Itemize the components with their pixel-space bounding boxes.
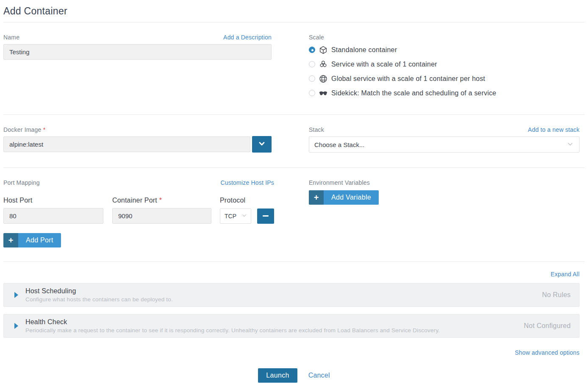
show-advanced-options-link[interactable]: Show advanced options xyxy=(515,349,580,356)
customize-host-ips-link[interactable]: Customize Host IPs xyxy=(220,179,274,186)
port-mapping-block: Port Mapping Customize Host IPs Host Por… xyxy=(3,179,274,247)
chevron-down-icon xyxy=(566,140,574,149)
launch-button[interactable]: Launch xyxy=(258,368,297,383)
protocol-select[interactable]: TCP xyxy=(220,209,251,224)
container-port-input[interactable] xyxy=(112,208,211,224)
scale-option-label: Service with a scale of 1 container xyxy=(331,61,437,68)
radio-unselected[interactable] xyxy=(309,61,315,67)
expand-all-link[interactable]: Expand All xyxy=(551,271,580,278)
accordion-title: Health Check xyxy=(25,318,516,326)
scale-option-label: Sidekick: Match the scale and scheduling… xyxy=(331,89,496,97)
port-mapping-row: TCP xyxy=(3,208,274,224)
stack-block: Stack Add to a new stack Choose a Stack.… xyxy=(309,126,580,153)
cube-icon xyxy=(319,45,327,54)
name-label: Name xyxy=(3,34,19,41)
name-block: Name Add a Description xyxy=(3,34,272,97)
docker-image-input[interactable] xyxy=(3,136,250,152)
chevron-down-icon xyxy=(258,139,266,149)
scale-option-service[interactable]: Service with a scale of 1 container xyxy=(309,60,580,69)
scale-option-label: Global service with a scale of 1 contain… xyxy=(331,75,485,83)
add-variable-button[interactable]: + Add Variable xyxy=(309,190,379,205)
accordion-title: Host Scheduling xyxy=(25,287,534,295)
scale-option-sidekick[interactable]: Sidekick: Match the scale and scheduling… xyxy=(309,89,580,97)
host-port-input[interactable] xyxy=(3,208,103,224)
caret-right-icon xyxy=(14,323,18,329)
required-asterisk: * xyxy=(43,126,46,133)
host-port-label: Host Port xyxy=(3,197,112,204)
section-ports-env: Port Mapping Customize Host IPs Host Por… xyxy=(0,168,588,261)
docker-image-label: Docker Image * xyxy=(3,126,45,133)
add-new-stack-link[interactable]: Add to a new stack xyxy=(528,126,580,133)
service-icon xyxy=(319,60,327,69)
cancel-button[interactable]: Cancel xyxy=(308,372,330,379)
footer-actions: Launch Cancel xyxy=(0,368,588,383)
host-scheduling-accordion[interactable]: Host Scheduling Configure what hosts the… xyxy=(3,283,580,307)
stack-label: Stack xyxy=(309,126,324,133)
image-dropdown-button[interactable] xyxy=(252,136,272,153)
required-asterisk: * xyxy=(159,197,162,204)
radio-selected[interactable] xyxy=(309,47,315,53)
protocol-select-value: TCP xyxy=(225,213,236,220)
stack-select-value: Choose a Stack... xyxy=(314,141,364,148)
caret-right-icon xyxy=(14,292,18,298)
name-input[interactable] xyxy=(3,44,272,60)
section-name-scale: Name Add a Description Scale Standalone … xyxy=(0,22,588,114)
plus-icon: + xyxy=(3,233,18,247)
section-image-stack: Docker Image * Stack Add to a new stack xyxy=(0,115,588,167)
add-port-button[interactable]: + Add Port xyxy=(3,233,61,247)
radio-unselected[interactable] xyxy=(309,75,315,82)
globe-icon xyxy=(319,74,327,83)
container-port-label: Container Port * xyxy=(112,197,220,204)
minus-icon xyxy=(263,215,269,217)
scale-option-global[interactable]: Global service with a scale of 1 contain… xyxy=(309,74,580,83)
mask-icon xyxy=(319,89,327,97)
env-variables-label: Environment Variables xyxy=(309,179,370,186)
accordion-status: No Rules xyxy=(542,291,571,299)
add-description-link[interactable]: Add a Description xyxy=(223,34,272,41)
remove-port-button[interactable] xyxy=(257,209,274,224)
stack-select[interactable]: Choose a Stack... xyxy=(309,136,580,153)
health-check-accordion[interactable]: Health Check Periodically make a request… xyxy=(3,314,580,338)
scale-block: Scale Standalone container xyxy=(309,34,580,97)
docker-image-block: Docker Image * xyxy=(3,126,272,153)
scale-label: Scale xyxy=(309,34,324,41)
accordion-description: Configure what hosts the containers can … xyxy=(25,296,534,303)
add-container-page: Add Container Name Add a Description Sca… xyxy=(0,0,588,392)
add-variable-label: Add Variable xyxy=(324,190,379,205)
port-mapping-label: Port Mapping xyxy=(3,179,40,186)
env-variables-block: Environment Variables + Add Variable xyxy=(309,179,580,247)
accordion-description: Periodically make a request to the conta… xyxy=(25,327,516,334)
add-port-label: Add Port xyxy=(18,233,61,247)
radio-unselected[interactable] xyxy=(309,90,315,96)
plus-icon: + xyxy=(309,190,324,205)
page-title: Add Container xyxy=(0,0,588,22)
scale-option-label: Standalone container xyxy=(331,46,397,54)
chevron-down-icon xyxy=(241,212,247,220)
accordion-status: Not Configured xyxy=(524,322,571,330)
protocol-label: Protocol xyxy=(220,197,245,204)
scale-option-standalone[interactable]: Standalone container xyxy=(309,45,580,54)
